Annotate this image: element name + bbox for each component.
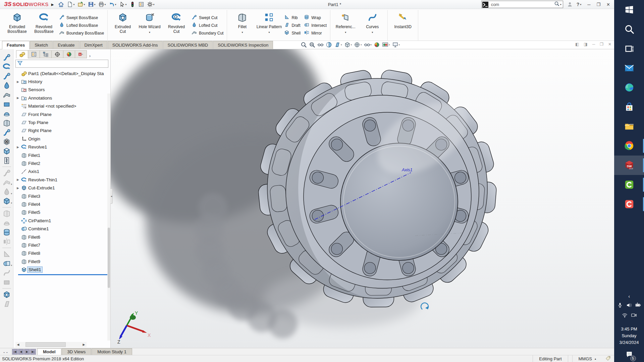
- tray-expand-icon[interactable]: ‹: [628, 294, 630, 299]
- tab-prev-icon[interactable]: ◀: [18, 349, 24, 355]
- tree-item-shell1[interactable]: Shell1: [15, 265, 110, 274]
- tree-item-front[interactable]: Front Plane: [15, 110, 110, 118]
- tree-item-cirpattern1[interactable]: CirPattern1: [15, 217, 110, 225]
- surface-tool-loft-icon[interactable]: ▾: [0, 187, 13, 196]
- surface-tool-rib-icon[interactable]: [0, 249, 13, 259]
- panel-tab-property-manager[interactable]: [28, 50, 40, 58]
- zoom-to-fit-icon[interactable]: [300, 41, 307, 48]
- surface-tool-extrude-cut-icon[interactable]: [0, 290, 13, 299]
- intersect-button[interactable]: Intersect: [304, 22, 327, 29]
- taskbar-solidworks-2018-icon[interactable]: SW2018: [614, 156, 644, 175]
- undo-icon[interactable]: ▾: [108, 1, 117, 8]
- view-orientation-icon[interactable]: ▾: [344, 41, 353, 48]
- restore-button[interactable]: ❐: [596, 2, 600, 7]
- tree-item-axis1[interactable]: Axis1: [15, 168, 110, 176]
- surface-tool-delete-face-icon[interactable]: [0, 137, 13, 146]
- taskbar-mail-icon[interactable]: [614, 58, 644, 78]
- collapse-chevron-icon[interactable]: ⌄⌄: [0, 348, 11, 355]
- tab-solidworks-inspection[interactable]: SOLIDWORKS Inspection: [213, 41, 273, 49]
- tree-item-fillet8[interactable]: Fillet8: [15, 249, 110, 257]
- tab-model[interactable]: Model: [37, 348, 61, 355]
- annotation-view-icon[interactable]: ▾: [334, 41, 342, 48]
- instant3d-button[interactable]: Instant3D: [389, 10, 416, 41]
- part-3d-model[interactable]: Y X Z: [111, 49, 614, 348]
- surface-tool-intersect-icon[interactable]: ▾: [0, 259, 13, 268]
- tree-item-part1[interactable]: Part1 (Default<<Default>_Display Sta: [15, 69, 110, 77]
- open-icon[interactable]: ▾: [76, 1, 86, 8]
- home-icon[interactable]: [57, 1, 65, 8]
- tab-sketch[interactable]: Sketch: [30, 41, 53, 49]
- linear-pattern-button[interactable]: Linear Pattern▾: [256, 10, 282, 41]
- pane-right-icon[interactable]: ◨: [584, 42, 587, 47]
- panel-tab-featuremanager[interactable]: [16, 50, 28, 58]
- tree-item-annotations[interactable]: ▶AAnnotations: [15, 94, 110, 102]
- tree-item-fillet5[interactable]: Fillet5: [15, 208, 110, 217]
- tab-dimxpert[interactable]: DimXpert: [80, 41, 107, 49]
- expand-icon[interactable]: ▶: [15, 178, 20, 181]
- panel-tab-cam-manager[interactable]: S: [75, 50, 87, 58]
- surface-tool-shell-icon[interactable]: [0, 146, 13, 156]
- tree-item-origin[interactable]: Origin: [15, 135, 110, 143]
- boundary-boss-base-button[interactable]: Boundary Boss/Base: [59, 30, 104, 37]
- tab-evaluate[interactable]: Evaluate: [53, 41, 79, 49]
- menu-flyout-icon[interactable]: ▶: [51, 3, 54, 6]
- viewport-close-icon[interactable]: ✕: [608, 42, 611, 47]
- tree-item-fillet7[interactable]: Fillet7: [15, 241, 110, 249]
- curves-button[interactable]: Curves▾: [359, 10, 386, 41]
- tree-item-right[interactable]: Right Plane: [15, 127, 110, 135]
- tree-filter-input[interactable]: [15, 60, 108, 68]
- save-icon[interactable]: ▾: [87, 1, 97, 8]
- tray-volume-icon[interactable]: [626, 302, 632, 309]
- rotate-view-icon[interactable]: [421, 303, 428, 309]
- tab-last-icon[interactable]: ▶|: [30, 349, 36, 355]
- tab-features[interactable]: Features: [2, 41, 30, 49]
- new-document-icon[interactable]: ▾: [66, 1, 75, 8]
- panel-tab-overflow-icon[interactable]: ›: [89, 54, 91, 58]
- search-box[interactable]: com ▾: [481, 1, 563, 8]
- rib-button[interactable]: Rib: [284, 14, 301, 21]
- expand-icon[interactable]: ▶: [15, 145, 20, 149]
- apply-scene-icon[interactable]: ▾: [382, 41, 390, 48]
- rollback-bar[interactable]: [18, 274, 110, 275]
- scroll-right-icon[interactable]: ▶: [81, 342, 87, 347]
- tray-screen-cast-icon[interactable]: [631, 312, 637, 319]
- tab-solidworks-add-ins[interactable]: SOLIDWORKS Add-Ins: [108, 41, 163, 49]
- surface-tool-mirror-icon[interactable]: [0, 237, 13, 246]
- tree-item-combine1[interactable]: Combine1: [15, 225, 110, 233]
- surface-tool-draft-icon[interactable]: [0, 299, 13, 309]
- tab-next-icon[interactable]: ▶: [24, 349, 30, 355]
- viewport-minimize-icon[interactable]: ─: [592, 42, 595, 47]
- surface-tool-planar-icon[interactable]: [0, 100, 13, 109]
- taskbar-start-icon[interactable]: [614, 0, 644, 19]
- taskbar-search-icon[interactable]: [614, 19, 644, 39]
- tray-microphone-icon[interactable]: [617, 302, 623, 309]
- tree-item-fillet4[interactable]: Fillet4: [15, 200, 110, 208]
- panel-tab-configuration-manager[interactable]: [40, 50, 52, 58]
- tree-item-fillet1[interactable]: Fillet1: [15, 151, 110, 159]
- taskbar-camtasia-recorder-icon[interactable]: [614, 194, 644, 214]
- panel-tab-dimxpert-manager[interactable]: [51, 50, 63, 58]
- surface-tool-sweep-icon[interactable]: [0, 128, 13, 137]
- surface-tool-loft-icon[interactable]: [0, 81, 13, 90]
- panel-tab-display-manager[interactable]: [63, 50, 75, 58]
- tree-item-sensors[interactable]: Sensors: [15, 86, 110, 94]
- referenc-button[interactable]: Referenc...▾: [332, 10, 359, 41]
- minimize-button[interactable]: ─: [587, 2, 590, 7]
- extruded-boss-base-button[interactable]: Extruded Boss/Base: [4, 10, 31, 41]
- select-icon[interactable]: ▾: [118, 1, 128, 8]
- panel-splitter-handle[interactable]: ◂: [110, 188, 113, 204]
- revolved-cut-button[interactable]: Revolved Cut: [163, 10, 190, 41]
- surface-tool-dome-icon[interactable]: [0, 109, 13, 118]
- tree-item-fillet6[interactable]: Fillet6: [15, 233, 110, 241]
- print-icon[interactable]: ▾: [97, 1, 107, 8]
- surface-tool-sweep-icon[interactable]: [0, 53, 13, 62]
- tree-item-fillet3[interactable]: Fillet3: [15, 192, 110, 200]
- expand-icon[interactable]: ▶: [15, 96, 20, 100]
- login-icon[interactable]: [567, 2, 573, 7]
- surface-tool-boundary-icon[interactable]: [0, 90, 13, 100]
- surface-tool-wrap-icon[interactable]: [0, 228, 13, 237]
- surface-tool-fillet-icon[interactable]: [0, 118, 13, 128]
- tree-item-revolve1[interactable]: ▶Revolve1: [15, 143, 110, 151]
- tree-item-fillet9[interactable]: Fillet9: [15, 257, 110, 265]
- close-button[interactable]: ✕: [606, 2, 610, 7]
